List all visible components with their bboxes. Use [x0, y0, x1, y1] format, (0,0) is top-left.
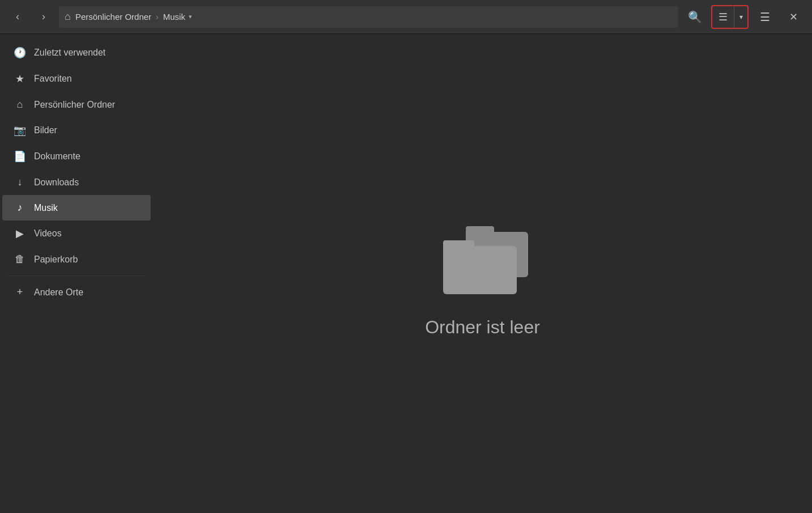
view-dropdown-icon: ▾: [739, 13, 743, 21]
breadcrumb-root[interactable]: Persönlicher Ordner: [75, 12, 151, 22]
sidebar-label-documents: Dokumente: [34, 151, 80, 162]
breadcrumb-current[interactable]: Musik ▾: [163, 12, 192, 22]
pictures-icon: 📷: [14, 124, 26, 137]
music-icon: ♪: [14, 202, 26, 214]
sidebar: 🕐 Zuletzt verwendet ★ Favoriten ⌂ Persön…: [0, 34, 153, 513]
recent-icon: 🕐: [14, 46, 26, 59]
forward-button[interactable]: ›: [33, 6, 54, 28]
sidebar-item-videos[interactable]: ▶ Videos: [2, 221, 151, 247]
back-icon: ‹: [16, 11, 19, 23]
view-dropdown-button[interactable]: ▾: [734, 6, 747, 28]
breadcrumb-separator: ›: [156, 12, 159, 22]
main-layout: 🕐 Zuletzt verwendet ★ Favoriten ⌂ Persön…: [0, 34, 812, 513]
topbar: ‹ › ⌂ Persönlicher Ordner › Musik ▾ 🔍 ☰ …: [0, 0, 812, 34]
sidebar-item-downloads[interactable]: ↓ Downloads: [2, 169, 151, 195]
content-area: Ordner ist leer: [153, 34, 812, 513]
menu-button[interactable]: ☰: [753, 5, 777, 29]
favorites-icon: ★: [14, 73, 26, 85]
forward-icon: ›: [42, 11, 45, 23]
sidebar-item-home[interactable]: ⌂ Persönlicher Ordner: [2, 92, 151, 117]
view-toggle-group: ☰ ▾: [711, 5, 749, 29]
search-button[interactable]: 🔍: [683, 5, 707, 29]
list-view-button[interactable]: ☰: [712, 6, 734, 28]
home-icon: ⌂: [65, 11, 71, 23]
sidebar-label-pictures: Bilder: [34, 125, 57, 135]
sidebar-item-pictures[interactable]: 📷 Bilder: [2, 117, 151, 143]
close-button[interactable]: ✕: [781, 5, 805, 29]
hamburger-icon: ☰: [760, 10, 770, 24]
sidebar-item-trash[interactable]: 🗑 Papierkorb: [2, 247, 151, 272]
svg-rect-3: [443, 240, 474, 252]
sidebar-label-downloads: Downloads: [34, 177, 79, 188]
sidebar-label-music: Musik: [34, 203, 58, 213]
videos-icon: ▶: [14, 227, 26, 240]
empty-folder-illustration: [432, 209, 534, 300]
sidebar-label-videos: Videos: [34, 228, 62, 239]
search-icon: 🔍: [688, 10, 702, 24]
svg-rect-1: [466, 226, 494, 238]
empty-folder-label: Ordner ist leer: [425, 317, 540, 338]
sidebar-item-other[interactable]: + Andere Orte: [2, 279, 151, 305]
sidebar-label-home: Persönlicher Ordner: [34, 100, 115, 110]
downloads-icon: ↓: [14, 176, 26, 188]
breadcrumb-bar: ⌂ Persönlicher Ordner › Musik ▾: [59, 6, 678, 28]
sidebar-label-other: Andere Orte: [34, 287, 83, 298]
sidebar-label-trash: Papierkorb: [34, 255, 78, 265]
trash-icon: 🗑: [14, 253, 26, 265]
sidebar-item-favorites[interactable]: ★ Favoriten: [2, 66, 151, 92]
breadcrumb-dropdown-icon[interactable]: ▾: [189, 13, 192, 20]
other-places-icon: +: [14, 286, 26, 298]
sidebar-item-recent[interactable]: 🕐 Zuletzt verwendet: [2, 40, 151, 66]
documents-icon: 📄: [14, 150, 26, 163]
home-folder-icon: ⌂: [14, 99, 26, 111]
list-view-icon: ☰: [719, 11, 728, 23]
sidebar-item-documents[interactable]: 📄 Dokumente: [2, 143, 151, 169]
svg-rect-2: [443, 246, 517, 294]
back-button[interactable]: ‹: [7, 6, 28, 28]
sidebar-label-favorites: Favoriten: [34, 74, 72, 84]
close-icon: ✕: [789, 11, 798, 23]
sidebar-label-recent: Zuletzt verwendet: [34, 48, 105, 58]
sidebar-item-music[interactable]: ♪ Musik: [2, 195, 151, 221]
sidebar-divider: [8, 275, 145, 276]
